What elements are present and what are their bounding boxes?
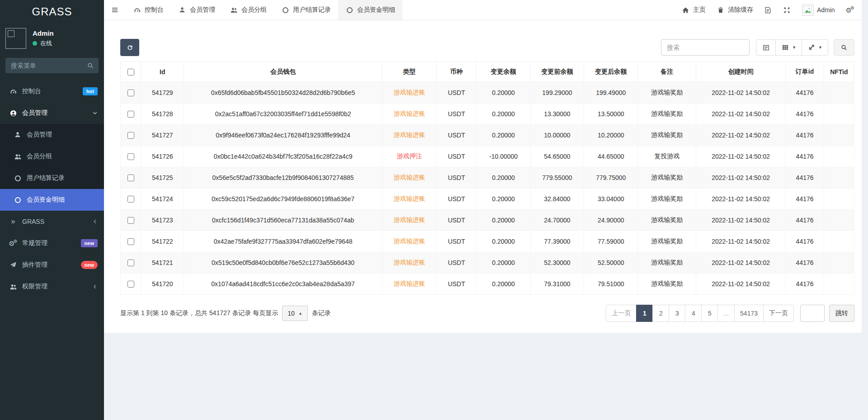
row-checkbox[interactable]	[127, 132, 134, 139]
scrollbar[interactable]	[862, 0, 868, 420]
sidebar-item[interactable]: 权限管理	[0, 276, 104, 297]
table-row: 5417230xcfc156d1f49c371d560eca77131da38a…	[121, 210, 854, 231]
column-header[interactable]: 备注	[638, 62, 696, 82]
row-checkbox[interactable]	[127, 175, 134, 181]
cell-created-time: 2022-11-02 14:50:02	[696, 167, 786, 189]
sidebar-item-label: 用户结算记录	[27, 174, 98, 182]
jump-page-input[interactable]	[800, 305, 825, 322]
columns-button[interactable]: ▼	[775, 39, 802, 56]
cell-order-id: 44176	[786, 146, 824, 167]
row-checkbox[interactable]	[127, 111, 134, 118]
sidebar-item[interactable]: »GRASS	[0, 211, 104, 232]
row-checkbox[interactable]	[127, 196, 134, 203]
prev-page-button[interactable]: 上一页	[606, 305, 637, 322]
column-header[interactable]: 会员钱包	[184, 62, 382, 82]
export-button[interactable]: ▼	[802, 39, 828, 56]
row-checkbox[interactable]	[127, 90, 134, 96]
detail-view-icon	[762, 44, 770, 51]
column-header[interactable]: Id	[141, 62, 184, 82]
user-menu[interactable]: Admin	[802, 4, 835, 16]
cell-change: 0.20000	[476, 252, 530, 274]
page-list: 上一页12345...54173下一页	[606, 305, 794, 322]
clear-cache-button[interactable]: 清除缓存	[717, 6, 753, 14]
page-button[interactable]: 54173	[734, 305, 764, 322]
cell-remark: 游戏输奖励	[638, 210, 696, 231]
table-search-input[interactable]	[661, 39, 750, 56]
column-header[interactable]: 变更后余额	[584, 62, 638, 82]
row-select-cell	[121, 82, 141, 104]
sidebar-item-label: 插件管理	[22, 261, 76, 269]
pagination-info-suffix: 条记录	[312, 309, 331, 317]
type-label: 游戏输进账	[393, 110, 425, 117]
column-header[interactable]: NFTid	[824, 62, 854, 82]
sidebar-item[interactable]: 会员管理	[0, 124, 104, 146]
row-checkbox[interactable]	[127, 281, 134, 288]
sidebar-item[interactable]: ⚙⚙常规管理new	[0, 232, 104, 254]
home-button[interactable]: 主页	[682, 6, 706, 14]
jump-button[interactable]: 跳转	[829, 305, 854, 322]
page-button[interactable]: 2	[652, 305, 669, 322]
column-header[interactable]: 创建时间	[696, 62, 786, 82]
cell-remark: 游戏输奖励	[638, 167, 696, 189]
type-label: 游戏输进账	[393, 237, 425, 245]
tab-item[interactable]: 用户结算记录	[274, 0, 338, 20]
fullscreen-button[interactable]	[783, 7, 791, 14]
row-checkbox[interactable]	[127, 260, 134, 266]
sidebar-item[interactable]: 控制台hot	[0, 80, 104, 102]
sidebar-item[interactable]: 会员管理	[0, 102, 104, 124]
column-header[interactable]: 订单id	[786, 62, 824, 82]
refresh-button[interactable]	[120, 39, 139, 56]
page-button[interactable]: 4	[685, 305, 702, 322]
sidebar-item-label: 会员管理	[22, 109, 87, 117]
cell-after-balance: 33.04000	[584, 189, 638, 210]
column-header[interactable]: 类型	[382, 62, 436, 82]
language-button[interactable]	[764, 7, 772, 14]
cell-currency: USDT	[437, 210, 476, 231]
next-page-button[interactable]: 下一页	[763, 305, 794, 322]
menu-search-input[interactable]	[5, 58, 99, 73]
clear-cache-label: 清除缓存	[728, 6, 753, 14]
tab-item[interactable]: 会员分组	[222, 0, 274, 20]
search-icon[interactable]	[86, 62, 94, 69]
row-checkbox[interactable]	[127, 238, 134, 245]
home-label: 主页	[693, 6, 706, 14]
cell-id: 541729	[141, 82, 184, 104]
page-button[interactable]: 1	[636, 305, 653, 322]
cell-wallet: 0x65fd6d06bab5fb45501b50324d28d2d6b790b6…	[184, 82, 382, 104]
detail-view-button[interactable]	[756, 39, 776, 56]
column-header[interactable]: 变更前余额	[530, 62, 584, 82]
tab-item[interactable]: 控制台	[126, 0, 171, 20]
sidebar-item[interactable]: 插件管理new	[0, 254, 104, 276]
cell-currency: USDT	[437, 82, 476, 104]
sidebar-item[interactable]: 会员分组	[0, 146, 104, 167]
sidebar-item-label: 常规管理	[22, 239, 76, 247]
search-button[interactable]	[834, 39, 854, 56]
cell-before-balance: 10.00000	[530, 125, 584, 146]
cell-change: 0.20000	[476, 125, 530, 146]
select-all-checkbox[interactable]	[127, 69, 134, 76]
column-header[interactable]: 变更余额	[476, 62, 530, 82]
cell-type: 游戏输进账	[382, 274, 436, 295]
cell-after-balance: 77.59000	[584, 231, 638, 252]
tab-active[interactable]: 会员资金明细	[338, 0, 402, 20]
sidebar-toggle-button[interactable]	[104, 0, 126, 20]
sidebar-item[interactable]: 会员资金明细	[0, 189, 104, 211]
user-circle-icon	[9, 110, 17, 117]
circle-icon	[14, 197, 22, 203]
page-button[interactable]: 5	[701, 305, 718, 322]
row-checkbox[interactable]	[127, 153, 134, 160]
page-button[interactable]: 3	[669, 305, 685, 322]
page-size-dropdown[interactable]: 10 ▲	[282, 306, 308, 321]
sidebar: GRASS Admin 在线 控制台hot会员管理会员管理会员分组用户结算记录会…	[0, 0, 104, 420]
tab-item[interactable]: 会员管理	[171, 0, 222, 20]
column-header[interactable]: 币种	[437, 62, 476, 82]
settings-button[interactable]: ⚙⚙	[846, 7, 854, 14]
sidebar-item[interactable]: 用户结算记录	[0, 167, 104, 189]
cell-id: 541720	[141, 274, 184, 295]
row-checkbox[interactable]	[127, 217, 134, 224]
cell-currency: USDT	[437, 274, 476, 295]
sidebar-menu: 控制台hot会员管理会员管理会员分组用户结算记录会员资金明细»GRASS⚙⚙常规…	[0, 80, 104, 297]
cell-change: 0.20000	[476, 231, 530, 252]
cell-wallet: 0x1074a6ad418cdfc51cc6e2c0c3ab4ea28da5a3…	[184, 274, 382, 295]
fullscreen-icon	[783, 7, 791, 14]
